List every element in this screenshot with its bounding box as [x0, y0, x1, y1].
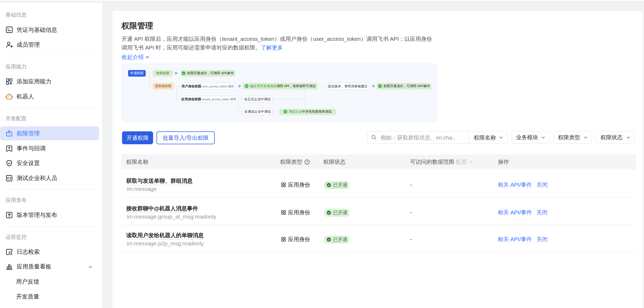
svg-text:?: ?: [306, 160, 308, 164]
